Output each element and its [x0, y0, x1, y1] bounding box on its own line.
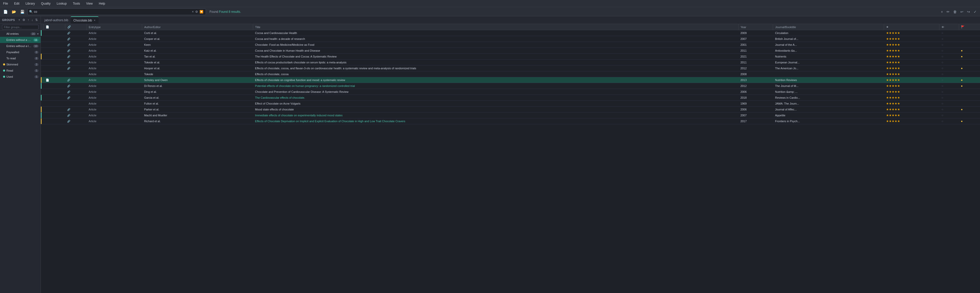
- row-stars-10[interactable]: ★★★★★: [884, 89, 939, 95]
- sidebar-group-item-0[interactable]: All entries16▾: [0, 31, 41, 37]
- sidebar-group-item-5[interactable]: Skimmed3: [0, 61, 41, 67]
- row-flag-15[interactable]: ●: [959, 118, 980, 124]
- col-stars[interactable]: ★: [884, 24, 939, 30]
- table-row-10[interactable]: 🔗ArticleDing et al.Chocolate and Prevent…: [41, 89, 980, 95]
- col-file-icon[interactable]: 📄: [44, 24, 65, 30]
- row-flag-12[interactable]: [959, 101, 980, 107]
- col-author[interactable]: Author/Editor: [142, 24, 253, 30]
- row-stars-9[interactable]: ★★★★★: [884, 83, 939, 89]
- tab-close-chocolate[interactable]: ×: [94, 19, 96, 22]
- tab-chocolate[interactable]: Chocolate.bib ×: [71, 16, 98, 24]
- col-read[interactable]: 👁: [939, 24, 959, 30]
- row-flag-8[interactable]: ●: [959, 77, 980, 83]
- save-library-btn[interactable]: 💾: [19, 9, 26, 14]
- row-stars-4[interactable]: ★★★★★: [884, 54, 939, 59]
- row-stars-12[interactable]: ★★★★★: [884, 101, 939, 107]
- sidebar-group-item-2[interactable]: Entries without a linked f...10: [0, 43, 41, 49]
- table-row-1[interactable]: 🔗ArticleCooper et al.Cocoa and health: a…: [41, 36, 980, 42]
- row-flag-4[interactable]: ●: [959, 54, 980, 59]
- delete-btn[interactable]: 🗑: [952, 9, 958, 14]
- sidebar-filter-btn[interactable]: ⚙: [22, 18, 26, 22]
- row-stars-13[interactable]: ★★★★★: [884, 107, 939, 112]
- col-journal[interactable]: Journal/Booktitle: [773, 24, 884, 30]
- search-clear-btn[interactable]: ×: [192, 10, 194, 14]
- menu-edit[interactable]: Edit: [13, 1, 21, 6]
- table-row-8[interactable]: 📄🔗ArticleScholey and OwenEffects of choc…: [41, 77, 980, 83]
- row-read-12[interactable]: ○: [939, 101, 959, 107]
- row-stars-0[interactable]: ★★★★★: [884, 30, 939, 36]
- row-stars-15[interactable]: ★★★★★: [884, 118, 939, 124]
- sidebar-group-item-1[interactable]: Entries without a group11: [0, 37, 41, 43]
- row-stars-6[interactable]: ★★★★★: [884, 66, 939, 71]
- sidebar-group-item-3[interactable]: Paywalled0: [0, 49, 41, 55]
- open-library-btn[interactable]: 📂: [11, 9, 18, 14]
- row-flag-2[interactable]: [959, 42, 980, 48]
- table-row-5[interactable]: 🔗ArticleTokede et al.Effects of cocoa pr…: [41, 59, 980, 66]
- col-year[interactable]: Year: [738, 24, 773, 30]
- sidebar-sort-btn[interactable]: ⇅: [35, 18, 38, 22]
- table-row-3[interactable]: 🔗ArticleKatz et al.Cocoa and Chocolate i…: [41, 48, 980, 54]
- sidebar-up-btn[interactable]: ↑: [27, 18, 30, 22]
- row-stars-5[interactable]: ★★★★★: [884, 59, 939, 66]
- row-flag-13[interactable]: ●: [959, 107, 980, 112]
- menu-lookup[interactable]: Lookup: [56, 1, 68, 6]
- table-row-6[interactable]: 🔗ArticleHooper et al.Effects of chocolat…: [41, 66, 980, 71]
- row-flag-11[interactable]: [959, 95, 980, 101]
- row-read-13[interactable]: ○: [939, 107, 959, 112]
- row-read-5[interactable]: ○: [939, 59, 959, 66]
- row-read-15[interactable]: ○: [939, 118, 959, 124]
- row-stars-3[interactable]: ★★★★★: [884, 48, 939, 54]
- table-row-13[interactable]: 🔗ArticleParker et al.Mood state effects …: [41, 107, 980, 112]
- menu-tools[interactable]: Tools: [72, 1, 81, 6]
- row-stars-2[interactable]: ★★★★★: [884, 42, 939, 48]
- sidebar-add-btn[interactable]: +: [18, 18, 21, 22]
- sidebar-group-item-7[interactable]: Used5: [0, 74, 41, 80]
- row-read-3[interactable]: ○: [939, 48, 959, 54]
- row-flag-14[interactable]: [959, 112, 980, 118]
- search-options-btn[interactable]: ⚙: [195, 10, 198, 14]
- undo-btn[interactable]: ↩: [959, 9, 965, 14]
- row-flag-10[interactable]: [959, 89, 980, 95]
- col-flag[interactable]: 🚩: [959, 24, 980, 30]
- col-entrytype[interactable]: Entrytype: [86, 24, 142, 30]
- row-read-2[interactable]: ○: [939, 42, 959, 48]
- table-row-11[interactable]: 🔗ArticleGarcia et al.The Cardiovascular …: [41, 95, 980, 101]
- redo-btn[interactable]: ↪: [966, 9, 971, 14]
- row-flag-0[interactable]: [959, 30, 980, 36]
- table-row-2[interactable]: 🔗ArticleKeenChocolate: Food as Medicine/…: [41, 42, 980, 48]
- search-filter-btn[interactable]: 🔽: [200, 10, 204, 14]
- row-read-11[interactable]: ○: [939, 95, 959, 101]
- table-row-14[interactable]: 🔗ArticleMacht and MuellerImmediate effec…: [41, 112, 980, 118]
- sidebar-group-item-4[interactable]: To read8: [0, 55, 41, 61]
- row-read-7[interactable]: ○: [939, 71, 959, 77]
- add-entry-btn[interactable]: +: [940, 9, 944, 14]
- row-read-10[interactable]: ○: [939, 89, 959, 95]
- table-row-9[interactable]: 🔗ArticleDi Renzo et al.Potential effects…: [41, 83, 980, 89]
- sidebar-down-btn[interactable]: ↓: [30, 18, 34, 22]
- sidebar-group-item-6[interactable]: Read5: [0, 67, 41, 74]
- row-stars-7[interactable]: ★★★★★: [884, 71, 939, 77]
- row-flag-6[interactable]: ●: [959, 66, 980, 71]
- row-read-9[interactable]: ○: [939, 83, 959, 89]
- table-row-7[interactable]: ArticleTokedeEffects of chocolate, cocoa…: [41, 71, 980, 77]
- row-read-14[interactable]: ○: [939, 112, 959, 118]
- menu-help[interactable]: Help: [98, 1, 106, 6]
- row-flag-1[interactable]: [959, 36, 980, 42]
- tab-jabref-authors[interactable]: jabref-authors.bib: [42, 16, 71, 24]
- row-read-6[interactable]: ○: [939, 66, 959, 71]
- row-read-4[interactable]: ○: [939, 54, 959, 59]
- table-row-12[interactable]: ArticleFulton et al.Effect of Chocolate …: [41, 101, 980, 107]
- row-read-1[interactable]: ○: [939, 36, 959, 42]
- row-stars-14[interactable]: ★★★★★: [884, 112, 939, 118]
- edit-btn[interactable]: ✏: [945, 9, 951, 14]
- row-flag-9[interactable]: ●: [959, 83, 980, 89]
- menu-view[interactable]: View: [85, 1, 94, 6]
- menu-quality[interactable]: Quality: [40, 1, 52, 6]
- check-btn[interactable]: ✓: [972, 9, 978, 14]
- search-input[interactable]: [34, 10, 191, 14]
- table-row-0[interactable]: 🔗ArticleCorti et al.Cocoa and Cardiovasc…: [41, 30, 980, 36]
- row-read-0[interactable]: ○: [939, 30, 959, 36]
- row-stars-11[interactable]: ★★★★★: [884, 95, 939, 101]
- menu-file[interactable]: File: [2, 1, 9, 6]
- row-flag-5[interactable]: [959, 59, 980, 66]
